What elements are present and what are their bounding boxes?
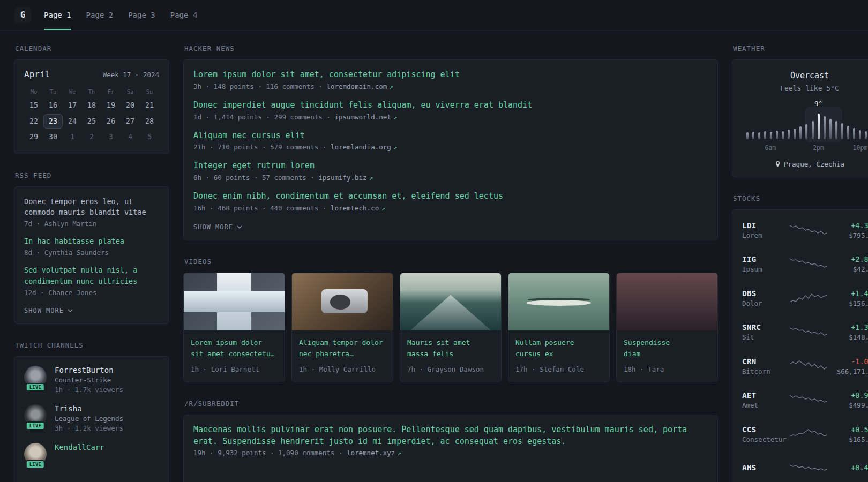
twitch-channel[interactable]: LIVE KendallCarr bbox=[24, 443, 159, 469]
stock-price: $165.84 bbox=[829, 435, 868, 443]
stock-row[interactable]: IIG Ipsum +2.84% $42.04 bbox=[742, 247, 868, 282]
video-title[interactable]: Aliquam tempor dolor nec pharetra… bbox=[299, 337, 386, 360]
video-body: Lorem ipsum dolor sit amet consectetu… 1… bbox=[184, 330, 285, 382]
video-title[interactable]: Suspendisse diam bbox=[624, 337, 677, 360]
external-link-icon: ↗ bbox=[369, 174, 373, 182]
hn-story: Integer eget rutrum lorem 6h · 60 points… bbox=[193, 160, 708, 182]
subreddit-post-meta: 19h · 9,932 points · 1,090 comments · lo… bbox=[193, 449, 708, 457]
hn-story-domain-link[interactable]: ipsumify.biz↗ bbox=[318, 174, 373, 182]
weather-bar bbox=[812, 121, 814, 139]
twitch-section-title: TWITCH CHANNELS bbox=[15, 341, 169, 349]
rss-item-title[interactable]: Sed volutpat nulla nisl, a condimentum n… bbox=[24, 265, 159, 287]
stock-price: $499.72 bbox=[829, 401, 868, 409]
subreddit-post-domain-link[interactable]: loremnet.xyz↗ bbox=[347, 449, 401, 457]
stock-row[interactable]: LDI Lorem +4.35% $795.18 bbox=[742, 213, 868, 247]
stock-sparkline bbox=[790, 359, 829, 373]
video-title[interactable]: Mauris sit amet massa felis bbox=[407, 337, 494, 360]
videos-widget: VIDEOS Lorem ipsum dolor sit amet consec… bbox=[183, 258, 718, 382]
hn-story-domain-link[interactable]: loremlandia.org↗ bbox=[331, 143, 397, 151]
stock-ticker: AET bbox=[742, 391, 790, 400]
calendar-day: 21 bbox=[140, 98, 159, 113]
stock-info: CCS Consectetur bbox=[742, 425, 790, 443]
weather-card: Overcast Feels like 5°C 9° 6am 2pm 10pm … bbox=[732, 59, 868, 177]
stock-row[interactable]: CRN Bitcorn -1.00% $66,171.48 bbox=[742, 349, 868, 383]
rss-item-title[interactable]: Donec tempor eros leo, ut commodo mauris… bbox=[24, 196, 159, 219]
hn-section-title: HACKER NEWS bbox=[184, 44, 718, 52]
live-badge: LIVE bbox=[26, 460, 45, 469]
app-logo[interactable]: G bbox=[14, 7, 31, 23]
stock-price: $42.04 bbox=[829, 265, 868, 273]
stock-change: +4.35% bbox=[829, 221, 868, 230]
video-card[interactable]: Lorem ipsum dolor sit amet consectetu… 1… bbox=[183, 273, 285, 382]
calendar-day: 18 bbox=[82, 98, 101, 113]
video-title[interactable]: Nullam posuere cursus ex bbox=[515, 337, 602, 360]
stock-change: +0.92% bbox=[829, 391, 868, 400]
stock-row[interactable]: SNRC Sit +1.36% $148.64 bbox=[742, 315, 868, 350]
stock-name: Consectetur bbox=[742, 435, 790, 443]
weather-bar bbox=[835, 121, 837, 139]
rss-show-more-button[interactable]: SHOW MORE bbox=[24, 307, 73, 314]
videos-section-title: VIDEOS bbox=[184, 258, 718, 266]
hn-story-title[interactable]: Integer eget rutrum lorem bbox=[193, 160, 708, 172]
video-card[interactable]: Aliquam tempor dolor nec pharetra… 1h · … bbox=[291, 273, 393, 382]
weather-bar bbox=[782, 131, 784, 139]
hour-label: 2pm bbox=[813, 144, 824, 152]
hour-label: 10pm bbox=[853, 144, 868, 152]
hn-story-domain-link[interactable]: loremtech.co↗ bbox=[331, 204, 385, 212]
twitch-channel[interactable]: LIVE ForrestBurton Counter-Strike 1h · 1… bbox=[24, 366, 159, 394]
tab-page-3[interactable]: Page 3 bbox=[128, 0, 155, 30]
hn-story-title[interactable]: Donec enim nibh, condimentum et accumsan… bbox=[193, 191, 708, 202]
video-title[interactable]: Lorem ipsum dolor sit amet consectetu… bbox=[191, 337, 278, 360]
tab-page-4[interactable]: Page 4 bbox=[170, 0, 198, 30]
channel-name[interactable]: Trisha bbox=[55, 404, 123, 413]
hn-story-domain-link[interactable]: ipsumworld.net↗ bbox=[334, 113, 397, 121]
channel-info: Trisha League of Legends 3h · 1.2k viewe… bbox=[55, 404, 123, 432]
channel-info: KendallCarr bbox=[55, 443, 104, 451]
day-header: Sa bbox=[121, 86, 140, 98]
hn-story-title[interactable]: Aliquam nec cursus elit bbox=[193, 130, 708, 142]
hn-story-domain-link[interactable]: loremdomain.com↗ bbox=[326, 82, 393, 91]
hn-story: Aliquam nec cursus elit 21h · 710 points… bbox=[193, 130, 708, 152]
channel-category: League of Legends bbox=[55, 415, 123, 423]
stock-row[interactable]: DBS Dolor +1.42% $156.28 bbox=[742, 281, 868, 315]
stock-row[interactable]: AHS +0.46% bbox=[742, 451, 868, 482]
hn-show-more-button[interactable]: SHOW MORE bbox=[193, 223, 242, 231]
location-pin-icon bbox=[775, 161, 781, 168]
video-body: Aliquam tempor dolor nec pharetra… 1h · … bbox=[292, 330, 393, 382]
weather-bar bbox=[752, 132, 754, 139]
video-card[interactable]: Suspendisse diam 18h · Tara bbox=[616, 273, 718, 382]
calendar-day-selected: 23 bbox=[43, 114, 63, 129]
video-card[interactable]: Nullam posuere cursus ex 17h · Stefan Co… bbox=[508, 273, 610, 382]
stock-sparkline bbox=[790, 461, 829, 475]
day-header: Su bbox=[140, 86, 159, 98]
channel-name[interactable]: KendallCarr bbox=[55, 443, 104, 451]
hn-story-title[interactable]: Donec imperdiet augue tincidunt felis al… bbox=[193, 100, 708, 111]
stock-change: +1.36% bbox=[829, 323, 868, 332]
video-meta: 18h · Tara bbox=[624, 365, 710, 373]
stock-values: -1.00% $66,171.48 bbox=[829, 357, 868, 375]
stock-info: LDI Lorem bbox=[742, 221, 790, 239]
twitch-card: LIVE ForrestBurton Counter-Strike 1h · 1… bbox=[14, 356, 169, 482]
stock-ticker: IIG bbox=[742, 255, 790, 263]
subreddit-post-title[interactable]: Maecenas mollis pulvinar erat non posuer… bbox=[193, 424, 708, 448]
dashboard-page: G Page 1 Page 2 Page 3 Page 4 CALENDAR A… bbox=[0, 0, 868, 482]
calendar-week-year: Week 17 · 2024 bbox=[103, 71, 159, 79]
stock-info: CRN Bitcorn bbox=[742, 357, 790, 375]
rss-item-title[interactable]: In hac habitasse platea bbox=[24, 236, 159, 247]
weather-condition: Overcast bbox=[742, 71, 868, 80]
stock-row[interactable]: AET Amet +0.92% $499.72 bbox=[742, 383, 868, 418]
channel-name[interactable]: ForrestBurton bbox=[55, 366, 123, 374]
stock-values: +2.84% $42.04 bbox=[829, 255, 868, 273]
hn-story-title[interactable]: Lorem ipsum dolor sit amet, consectetur … bbox=[193, 69, 708, 81]
rss-item-meta: 8d · Cynthia Saunders bbox=[24, 248, 159, 257]
calendar-header: April Week 17 · 2024 bbox=[24, 69, 159, 79]
tab-page-2[interactable]: Page 2 bbox=[86, 0, 114, 30]
rss-item-meta: 12d · Chance Jones bbox=[24, 289, 159, 297]
weather-bar bbox=[865, 131, 867, 139]
twitch-channel[interactable]: LIVE Trisha League of Legends 3h · 1.2k … bbox=[24, 404, 159, 432]
calendar-day: 30 bbox=[43, 130, 63, 145]
tab-page-1[interactable]: Page 1 bbox=[44, 0, 71, 30]
stock-row[interactable]: CCS Consectetur +0.51% $165.84 bbox=[742, 417, 868, 451]
calendar-day: 17 bbox=[63, 98, 82, 113]
video-card[interactable]: Mauris sit amet massa felis 7h · Grayson… bbox=[400, 273, 502, 382]
